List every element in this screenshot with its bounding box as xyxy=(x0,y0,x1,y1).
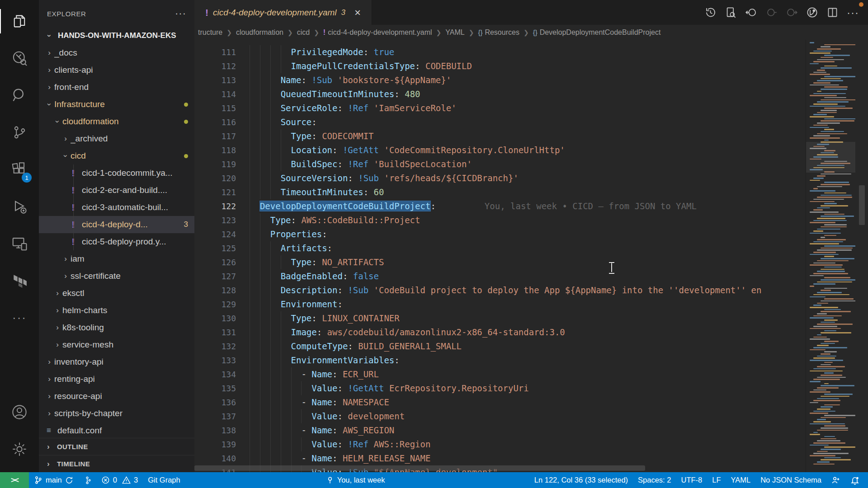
explorer-icon[interactable] xyxy=(0,3,39,40)
section-outline[interactable]: ›OUTLINE xyxy=(39,438,194,455)
settings-gear-icon[interactable] xyxy=(0,431,39,468)
search-icon[interactable] xyxy=(0,77,39,114)
code-line-113[interactable]: 113Name: !Sub 'bookstore-${AppName}' xyxy=(194,73,805,87)
line-number[interactable]: 136 xyxy=(194,395,236,409)
problems-indicator[interactable]: 0 3 xyxy=(96,472,143,488)
code-line-131[interactable]: 131Image: aws/codebuild/amazonlinux2-x86… xyxy=(194,325,805,339)
minimap[interactable] xyxy=(806,40,855,472)
breadcrumb-item[interactable]: cloudformation xyxy=(236,28,283,37)
tree-item-scripts-by-chapter[interactable]: ›scripts-by-chapter xyxy=(39,405,194,422)
terraform-icon[interactable] xyxy=(0,262,39,299)
remote-indicator[interactable]: >< xyxy=(0,472,29,488)
line-number[interactable]: 118 xyxy=(194,143,236,157)
code-line-128[interactable]: 128Description: !Sub 'CodeBuild project … xyxy=(194,283,805,297)
code-line-140[interactable]: 140- Name: HELM_RELEASE_NAME xyxy=(194,451,805,465)
section-timeline[interactable]: ›TIMELINE xyxy=(39,455,194,472)
run-debug-icon[interactable] xyxy=(0,188,39,225)
tree-item-resource-api[interactable]: ›resource-api xyxy=(39,388,194,405)
sidebar-more-actions-icon[interactable]: ··· xyxy=(175,8,186,19)
next-change-2-icon[interactable] xyxy=(786,6,798,19)
code-line-121[interactable]: 121TimeoutInMinutes: 60 xyxy=(194,185,805,199)
code-line-130[interactable]: 130Type: LINUX_CONTAINER xyxy=(194,311,805,325)
line-number[interactable]: 124 xyxy=(194,227,236,241)
tree-item-cicd-3-automatic-buil-[interactable]: !cicd-3-automatic-buil... xyxy=(39,199,194,216)
previous-change-icon[interactable] xyxy=(745,6,757,19)
line-number[interactable]: 135 xyxy=(194,381,236,395)
tree-item-cicd[interactable]: ›cicd xyxy=(39,147,194,164)
close-icon[interactable]: × xyxy=(354,7,361,18)
tree-item-clients-api[interactable]: ›clients-api xyxy=(39,61,194,79)
code-line-129[interactable]: 129Environment: xyxy=(194,297,805,311)
line-number[interactable]: 123 xyxy=(194,213,236,227)
breadcrumb-item[interactable]: {}DevelopDeploymentCodeBuildProject xyxy=(533,28,661,37)
line-number[interactable]: 131 xyxy=(194,325,236,339)
tree-item-cicd-1-codecommit-ya-[interactable]: !cicd-1-codecommit.ya... xyxy=(39,164,194,182)
line-number[interactable]: 129 xyxy=(194,297,236,311)
json-schema-indicator[interactable]: No JSON Schema xyxy=(755,472,826,488)
code-line-120[interactable]: 120SourceVersion: !Sub 'refs/heads/${CIC… xyxy=(194,171,805,185)
feedback-icon[interactable] xyxy=(826,472,845,488)
code-line-111[interactable]: 111PrivilegedMode: true xyxy=(194,45,805,59)
code-line-114[interactable]: 114QueuedTimeoutInMinutes: 480 xyxy=(194,87,805,101)
line-number[interactable]: 133 xyxy=(194,353,236,367)
code-line-126[interactable]: 126Type: NO_ARTIFACTS xyxy=(194,255,805,269)
line-number[interactable]: 122 xyxy=(194,199,236,213)
tree-item--archived[interactable]: ›_archived xyxy=(39,130,194,147)
breadcrumb-item[interactable]: !cicd-4-deploy-development.yaml xyxy=(323,28,432,37)
branch-indicator[interactable]: main xyxy=(29,472,78,488)
workspace-root-folder[interactable]: › HANDS-ON-WITH-AMAZON-EKS xyxy=(39,27,194,44)
account-icon[interactable] xyxy=(0,394,39,431)
code-line-135[interactable]: 135Value: !GetAtt EcrRepository.Reposito… xyxy=(194,381,805,395)
line-number[interactable]: 113 xyxy=(194,73,236,87)
git-graph-item[interactable]: Git Graph xyxy=(143,472,185,488)
source-control-icon[interactable] xyxy=(0,114,39,151)
line-number[interactable]: 126 xyxy=(194,255,236,269)
line-number[interactable]: 111 xyxy=(194,45,236,59)
code-line-132[interactable]: 132ComputeType: BUILD_GENERAL1_SMALL xyxy=(194,339,805,353)
code-line-127[interactable]: 127BadgeEnabled: false xyxy=(194,269,805,283)
line-number[interactable]: 140 xyxy=(194,451,236,465)
line-number[interactable]: 120 xyxy=(194,171,236,185)
remote-targets-icon[interactable] xyxy=(0,225,39,262)
vertical-scrollbar[interactable] xyxy=(855,40,868,472)
line-number[interactable]: 121 xyxy=(194,185,236,199)
line-number[interactable]: 128 xyxy=(194,283,236,297)
breadcrumb-item[interactable]: cicd xyxy=(297,28,310,37)
tree-item-renting-api[interactable]: ›renting-api xyxy=(39,371,194,388)
breadcrumb-item[interactable]: YAML xyxy=(445,28,464,37)
code-line-134[interactable]: 134- Name: ECR_URL xyxy=(194,367,805,381)
tree-item-cicd-2-ecr-and-build-[interactable]: !cicd-2-ecr-and-build.... xyxy=(39,182,194,199)
line-number[interactable]: 125 xyxy=(194,241,236,255)
tree-item-eksctl[interactable]: ›eksctl xyxy=(39,285,194,302)
tree-item-infrastructure[interactable]: ›Infrastructure xyxy=(39,96,194,113)
more-actions-icon[interactable]: ··· xyxy=(847,6,859,19)
tree-item-helm-charts[interactable]: ›helm-charts xyxy=(39,302,194,319)
eol-indicator[interactable]: LF xyxy=(707,472,726,488)
line-number[interactable]: 138 xyxy=(194,423,236,437)
tree-item-inventory-api[interactable]: ›inventory-api xyxy=(39,353,194,371)
gitlens-graph-icon[interactable] xyxy=(806,6,818,19)
indentation-indicator[interactable]: Spaces: 2 xyxy=(633,472,676,488)
code-editor[interactable]: 111PrivilegedMode: true112ImagePullCrede… xyxy=(194,40,868,472)
minimap-slider[interactable] xyxy=(806,142,855,173)
tree-item-cicd-4-deploy-d-[interactable]: !cicd-4-deploy-d...3 xyxy=(39,216,194,233)
encoding-indicator[interactable]: UTF-8 xyxy=(676,472,707,488)
code-line-138[interactable]: 138- Name: AWS_REGION xyxy=(194,423,805,437)
line-number[interactable]: 114 xyxy=(194,87,236,101)
code-line-122[interactable]: 122DevelopDeploymentCodeBuildProject:You… xyxy=(194,199,805,213)
code-line-137[interactable]: 137Value: development xyxy=(194,409,805,423)
extensions-icon[interactable]: 1 xyxy=(0,151,39,188)
tree-item-cloudformation[interactable]: ›cloudformation xyxy=(39,113,194,130)
blame-indicator[interactable]: You, last week xyxy=(321,472,390,488)
code-line-139[interactable]: 139Value: !Ref AWS::Region xyxy=(194,437,805,451)
breadcrumb-item[interactable]: {}Resources xyxy=(478,28,519,37)
code-line-123[interactable]: 123Type: AWS::CodeBuild::Project xyxy=(194,213,805,227)
language-mode[interactable]: YAML xyxy=(726,472,755,488)
line-number[interactable]: 116 xyxy=(194,115,236,129)
lens-tool-icon[interactable] xyxy=(0,40,39,77)
code-line-133[interactable]: 133EnvironmentVariables: xyxy=(194,353,805,367)
tree-item-default-conf[interactable]: ≡default.conf xyxy=(39,422,194,439)
open-changes-icon[interactable] xyxy=(725,6,737,19)
tree-item-iam[interactable]: ›iam xyxy=(39,250,194,267)
line-number[interactable]: 132 xyxy=(194,339,236,353)
